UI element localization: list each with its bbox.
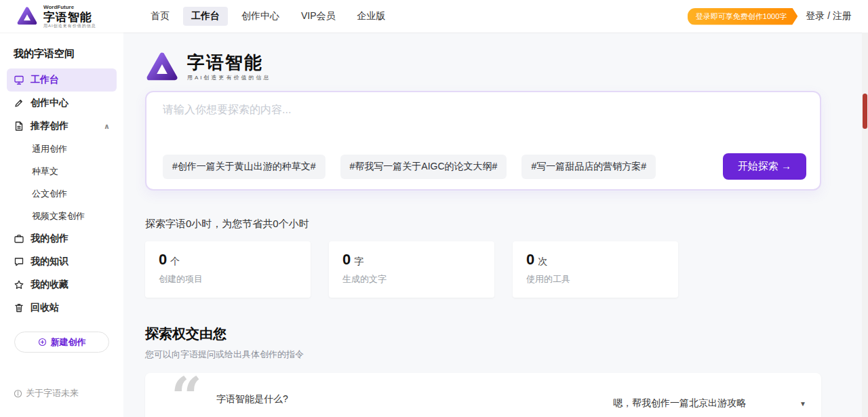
quote-icon: “	[171, 370, 202, 417]
stat-value: 0	[526, 251, 534, 269]
explore-search-panel: #创作一篇关于黄山出游的种草文# #帮我写一篇关于AIGC的论文大纲# #写一篇…	[145, 91, 821, 191]
header-right: 登录即可享免费创作1000字 登录 / 注册	[688, 8, 852, 25]
sidebar-item-workbench[interactable]: 工作台	[7, 68, 117, 92]
stat-value: 0	[342, 251, 351, 269]
stat-value: 0	[159, 251, 167, 269]
sidebar-item-my-creations[interactable]: 我的创作	[7, 227, 117, 250]
scrollbar-thumb[interactable]	[863, 94, 867, 129]
plus-circle-icon	[38, 338, 47, 346]
sidebar-item-recommended[interactable]: 推荐创作 ∧	[7, 115, 117, 138]
sidebar-subitem-video-copy[interactable]: 视频文案创作	[0, 205, 123, 227]
sidebar-item-my-favorites[interactable]: 我的收藏	[7, 273, 117, 296]
stat-cards: 0 个 创建的项目 0 字 生成的文字 0 次 使用的工具	[145, 241, 868, 298]
suggestion-chip-aigc-outline[interactable]: #帮我写一篇关于AIGC的论文大纲#	[340, 155, 507, 179]
suggestion-chip-huangshan[interactable]: #创作一篇关于黄山出游的种草文#	[163, 155, 326, 179]
new-creation-label: 新建创作	[51, 336, 86, 349]
sidebar-item-creation-center[interactable]: 创作中心	[7, 92, 117, 115]
stat-unit: 字	[354, 256, 363, 268]
main-nav: 首页 工作台 创作中心 VIP会员 企业版	[142, 7, 394, 26]
pencil-icon	[14, 98, 24, 108]
sidebar-item-label: 创作中心	[31, 97, 68, 109]
qa-question-text: 字语智能是什么?	[216, 393, 288, 405]
sidebar-subitem-official-doc[interactable]: 公文创作	[0, 182, 123, 205]
sidebar-item-label: 我的收藏	[31, 279, 68, 291]
sidebar-item-recycle-bin[interactable]: 回收站	[7, 296, 117, 319]
stat-card-projects: 0 个 创建的项目	[145, 241, 311, 298]
stat-unit: 次	[538, 256, 547, 268]
qa-prompt-dropdown[interactable]: 嗯，帮我创作一篇北京出游攻略	[613, 397, 746, 410]
top-header: WordFuture 字语智能 用AI创造更有价值的信息 首页 工作台 创作中心…	[0, 0, 868, 33]
brand-wordfuture: WordFuture	[43, 5, 96, 10]
briefcase-icon	[14, 233, 24, 244]
promo-badge[interactable]: 登录即可享免费创作1000字	[688, 8, 797, 25]
suggestion-chip-dessert-marketing[interactable]: #写一篇甜品店的营销方案#	[521, 155, 656, 179]
stat-label: 生成的文字	[342, 273, 481, 285]
document-icon	[14, 121, 24, 132]
stat-card-tools: 0 次 使用的工具	[513, 241, 678, 298]
sidebar-item-my-knowledge[interactable]: 我的知识	[7, 250, 117, 273]
sidebar-subitem-seeding[interactable]: 种草文	[0, 160, 123, 182]
info-circle-icon	[14, 389, 22, 398]
stat-card-words: 0 字 生成的文字	[329, 241, 494, 298]
chevron-up-icon[interactable]: ∧	[104, 122, 110, 131]
brand-text: WordFuture 字语智能 用AI创造更有价值的信息	[43, 5, 96, 28]
chat-bubble-icon	[14, 256, 24, 267]
hero-title: 字语智能	[187, 53, 271, 73]
sidebar: 我的字语空间 工作台 创作中心 推荐创作 ∧ 通用创作 种草文 公文创作 视频文…	[0, 33, 123, 417]
sidebar-item-label: 推荐创作	[31, 120, 68, 132]
section-subtitle: 您可以向字语提问或给出具体创作的指令	[145, 349, 868, 361]
stat-label: 使用的工具	[526, 273, 665, 285]
section-title: 探索权交由您	[145, 325, 868, 343]
hero-brand-text: 字语智能 用AI创造更有价值的信息	[187, 53, 271, 82]
about-label: 关于字语未来	[26, 387, 79, 399]
hero-tagline: 用AI创造更有价值的信息	[187, 74, 271, 81]
explore-input[interactable]	[163, 103, 806, 145]
brand-name: 字语智能	[43, 12, 96, 23]
about-wordfuture-link[interactable]: 关于字语未来	[14, 387, 79, 399]
sidebar-item-label: 我的知识	[31, 256, 68, 268]
suggestion-row: #创作一篇关于黄山出游的种草文# #帮我写一篇关于AIGC的论文大纲# #写一篇…	[163, 153, 806, 180]
brand-triangle-icon-large	[145, 50, 179, 84]
new-creation-button[interactable]: 新建创作	[14, 332, 109, 353]
hero-brand: 字语智能 用AI创造更有价值的信息	[145, 50, 868, 84]
sidebar-item-label: 工作台	[31, 74, 59, 86]
sidebar-item-label: 回收站	[31, 302, 59, 314]
page-scrollbar-track	[862, 33, 868, 417]
star-icon	[14, 279, 24, 290]
nav-enterprise[interactable]: 企业版	[349, 7, 394, 26]
login-register-link[interactable]: 登录 / 注册	[806, 10, 852, 22]
qa-example-panel: “ 字语智能是什么? 嗯，帮我创作一篇北京出游攻略 ▼	[145, 373, 821, 417]
brand-triangle-icon	[16, 5, 38, 27]
caret-down-icon[interactable]: ▼	[800, 400, 806, 408]
sidebar-item-label: 我的创作	[31, 233, 68, 245]
monitor-icon	[14, 75, 24, 85]
stat-label: 创建的项目	[159, 273, 297, 285]
sidebar-subgroup: 通用创作 种草文 公文创作 视频文案创作	[0, 138, 123, 227]
header-logo[interactable]: WordFuture 字语智能 用AI创造更有价值的信息	[16, 5, 123, 28]
trash-icon	[14, 302, 24, 313]
start-explore-button[interactable]: 开始探索 →	[723, 153, 806, 180]
stat-unit: 个	[170, 256, 180, 268]
nav-home[interactable]: 首页	[142, 7, 178, 26]
nav-vip-member[interactable]: VIP会员	[293, 7, 344, 26]
nav-workbench[interactable]: 工作台	[183, 7, 228, 26]
brand-tagline-mini: 用AI创造更有价值的信息	[43, 24, 96, 28]
main-content: 字语智能 用AI创造更有价值的信息 #创作一篇关于黄山出游的种草文# #帮我写一…	[123, 33, 868, 417]
sidebar-subitem-general[interactable]: 通用创作	[0, 138, 123, 160]
time-saved-summary: 探索字语0小时，为您节省共0个小时	[145, 218, 868, 231]
nav-creation-center[interactable]: 创作中心	[233, 7, 288, 26]
sidebar-title: 我的字语空间	[0, 41, 123, 68]
